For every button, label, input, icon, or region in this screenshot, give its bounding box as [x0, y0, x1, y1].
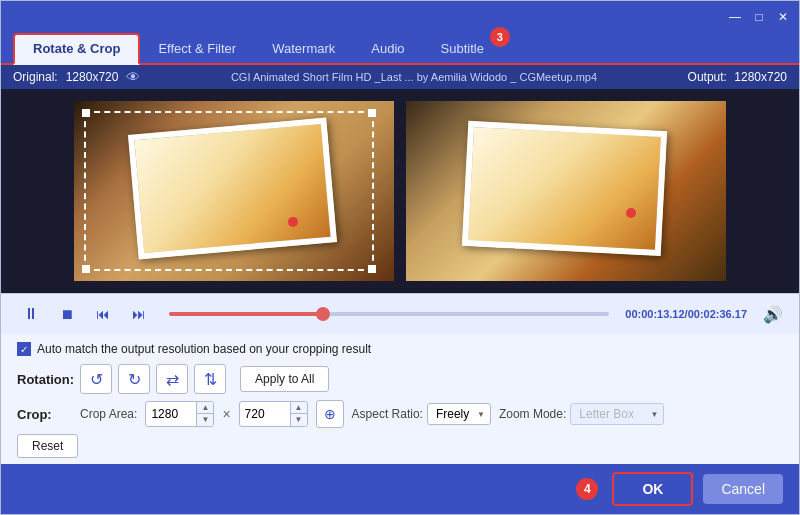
main-window: — □ ✕ Rotate & Crop Effect & Filter Wate…	[0, 0, 800, 515]
pause-button[interactable]: ⏸	[17, 300, 45, 328]
video-preview-left	[74, 101, 394, 281]
time-display: 00:00:13.12/00:02:36.17	[625, 308, 747, 320]
crop-label: Crop:	[17, 407, 72, 422]
dimension-separator: ×	[222, 406, 230, 422]
step-4-badge: 4	[576, 478, 598, 500]
video-preview-right	[406, 101, 726, 281]
aspect-ratio-wrap: Aspect Ratio: Freely 16:9 4:3 1:1	[352, 403, 491, 425]
polaroid-right	[422, 110, 710, 272]
title-bar: — □ ✕	[1, 1, 799, 33]
bottom-bar: 4 OK Cancel	[1, 464, 799, 514]
maximize-button[interactable]: □	[751, 9, 767, 25]
rotate-right-button[interactable]: ↻	[118, 364, 150, 394]
zoom-mode-label: Zoom Mode:	[499, 407, 566, 421]
polaroid-left	[90, 110, 378, 272]
height-down-button[interactable]: ▼	[291, 414, 307, 426]
video-canvas-left	[74, 101, 394, 281]
tab-audio[interactable]: Audio	[353, 35, 422, 63]
apply-all-button[interactable]: Apply to All	[240, 366, 329, 392]
rotation-label: Rotation:	[17, 372, 74, 387]
window-controls: — □ ✕	[727, 9, 791, 25]
controls-bar: ⏸ ⏹ ⏮ ⏭ 00:00:13.12/00:02:36.17 🔊	[1, 293, 799, 334]
auto-match-row: Auto match the output resolution based o…	[17, 342, 783, 356]
volume-icon[interactable]: 🔊	[763, 305, 783, 324]
reset-button[interactable]: Reset	[17, 434, 78, 458]
aspect-ratio-select[interactable]: Freely 16:9 4:3 1:1	[427, 403, 491, 425]
crop-row: Crop: Crop Area: ▲ ▼ × ▲ ▼ ⊕	[17, 400, 783, 428]
output-label: Output:	[688, 70, 727, 84]
auto-match-label: Auto match the output resolution based o…	[37, 342, 371, 356]
flip-horizontal-button[interactable]: ⇄	[156, 364, 188, 394]
settings-area: Auto match the output resolution based o…	[1, 334, 799, 464]
crosshair-button[interactable]: ⊕	[316, 400, 344, 428]
info-left: Original: 1280x720 👁	[13, 69, 140, 85]
flip-vertical-button[interactable]: ⇅	[194, 364, 226, 394]
step-3-badge: 3	[490, 27, 510, 47]
progress-fill	[169, 312, 323, 316]
output-info: Output: 1280x720	[688, 70, 787, 84]
width-stepper: ▲ ▼	[196, 402, 213, 426]
crop-height-input-wrap: ▲ ▼	[239, 401, 308, 427]
crop-area-label: Crop Area:	[80, 407, 137, 421]
width-up-button[interactable]: ▲	[197, 402, 213, 414]
height-stepper: ▲ ▼	[290, 402, 307, 426]
width-down-button[interactable]: ▼	[197, 414, 213, 426]
tab-subtitle[interactable]: Subtitle 3	[423, 35, 502, 63]
next-frame-button[interactable]: ⏭	[125, 300, 153, 328]
crop-height-input[interactable]	[240, 404, 290, 424]
close-button[interactable]: ✕	[775, 9, 791, 25]
aspect-ratio-select-container: Freely 16:9 4:3 1:1	[427, 403, 491, 425]
auto-match-checkbox[interactable]	[17, 342, 31, 356]
tab-effect-filter[interactable]: Effect & Filter	[140, 35, 254, 63]
prev-frame-button[interactable]: ⏮	[89, 300, 117, 328]
filename: CGI Animated Short Film HD _Last ... by …	[231, 71, 597, 83]
zoom-mode-select[interactable]: Letter Box Pan & Scan Full	[570, 403, 664, 425]
cancel-button[interactable]: Cancel	[703, 474, 783, 504]
marker-dot-left	[288, 217, 298, 227]
zoom-mode-select-container: Letter Box Pan & Scan Full	[570, 403, 664, 425]
original-resolution: 1280x720	[66, 70, 119, 84]
eye-icon[interactable]: 👁	[126, 69, 140, 85]
crop-width-input[interactable]	[146, 404, 196, 424]
aspect-ratio-label: Aspect Ratio:	[352, 407, 423, 421]
video-area	[1, 89, 799, 293]
ok-button[interactable]: OK	[612, 472, 693, 506]
tab-bar: Rotate & Crop Effect & Filter Watermark …	[1, 33, 799, 65]
progress-thumb[interactable]	[316, 307, 330, 321]
reset-row: Reset	[17, 434, 783, 458]
minimize-button[interactable]: —	[727, 9, 743, 25]
tab-rotate-crop[interactable]: Rotate & Crop	[13, 33, 140, 65]
video-canvas-right	[406, 101, 726, 281]
rotation-row: Rotation: ↺ ↻ ⇄ ⇅ Apply to All	[17, 364, 783, 394]
stop-button[interactable]: ⏹	[53, 300, 81, 328]
height-up-button[interactable]: ▲	[291, 402, 307, 414]
progress-bar[interactable]	[169, 312, 609, 316]
zoom-mode-wrap: Zoom Mode: Letter Box Pan & Scan Full	[499, 403, 664, 425]
crop-width-input-wrap: ▲ ▼	[145, 401, 214, 427]
tab-watermark[interactable]: Watermark	[254, 35, 353, 63]
original-label: Original:	[13, 70, 58, 84]
rotate-left-button[interactable]: ↺	[80, 364, 112, 394]
info-bar: Original: 1280x720 👁 CGI Animated Short …	[1, 65, 799, 89]
output-resolution: 1280x720	[734, 70, 787, 84]
